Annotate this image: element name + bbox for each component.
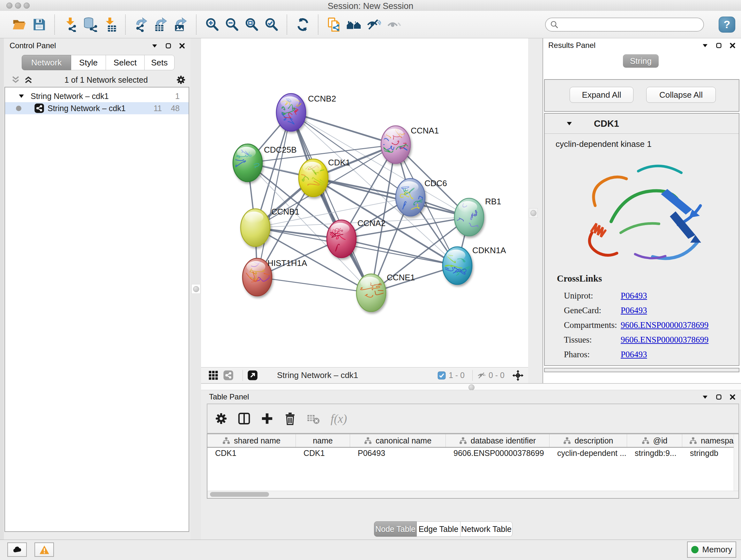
search-box[interactable]: [545, 17, 704, 32]
crosslink-link[interactable]: P06493: [621, 291, 647, 301]
export-network-icon[interactable]: [131, 15, 151, 34]
fit-move-crosshair-icon[interactable]: [512, 370, 524, 381]
edge-HIST1H1A-CCNE1[interactable]: [257, 277, 371, 293]
table-options-gear-icon[interactable]: [214, 412, 228, 425]
table-horizontal-scrollbar[interactable]: [207, 491, 738, 498]
panel-float-icon[interactable]: [716, 42, 722, 49]
column-header-namespace[interactable]: namespace: [682, 434, 739, 447]
delete-table-icon[interactable]: [307, 412, 320, 425]
panel-menu-icon[interactable]: [702, 394, 709, 400]
cell-name[interactable]: CDK1: [296, 447, 350, 459]
network-graph[interactable]: CCNB2CCNA1CDC25BCDK1CDC6RB1CCNB1CCNA2CDK…: [201, 38, 528, 367]
tab-network-table[interactable]: Network Table: [461, 521, 513, 537]
crosslink-link[interactable]: P06493: [621, 306, 647, 315]
tab-node-table[interactable]: Node Table: [374, 521, 417, 537]
zoom-selected-icon[interactable]: [262, 15, 281, 34]
open-in-window-icon[interactable]: [247, 370, 258, 381]
node-RB1[interactable]: [455, 198, 484, 236]
node-CCNE1[interactable]: [356, 274, 386, 312]
node-CDK1[interactable]: [296, 159, 329, 197]
column-header--id[interactable]: @id: [627, 434, 682, 447]
add-column-icon[interactable]: [260, 412, 274, 425]
panel-menu-icon[interactable]: [151, 43, 158, 49]
warnings-button[interactable]: [35, 543, 54, 557]
network-view-canvas[interactable]: CCNB2CCNA1CDC25BCDK1CDC6RB1CCNB1CCNA2CDK…: [201, 38, 528, 367]
delete-column-trash-icon[interactable]: [283, 412, 297, 425]
open-session-icon[interactable]: [10, 15, 29, 34]
tab-select[interactable]: Select: [106, 55, 145, 70]
section-expander-icon[interactable]: [566, 120, 573, 127]
table-vertical-scrollbar[interactable]: [734, 434, 738, 498]
horizontal-splitter-grip[interactable]: [468, 384, 475, 390]
edge-CCNA2-CDKN1A[interactable]: [341, 239, 457, 266]
column-header-database-identifier[interactable]: database identifier: [446, 434, 549, 447]
network-options-gear-icon[interactable]: [176, 75, 186, 85]
node-CCNA2[interactable]: [327, 220, 356, 258]
cell-database-identifier[interactable]: 9606.ENSP00000378699: [446, 447, 549, 459]
horizontal-splitter[interactable]: [201, 383, 741, 390]
panel-float-icon[interactable]: [716, 394, 722, 400]
cloud-status-button[interactable]: [7, 543, 27, 557]
export-image-icon[interactable]: [171, 15, 191, 34]
show-panel-icon[interactable]: [384, 15, 403, 34]
cell-shared-name[interactable]: CDK1: [207, 447, 296, 459]
zoom-in-icon[interactable]: [202, 15, 222, 34]
column-header-canonical-name[interactable]: canonical name: [350, 434, 446, 447]
collapse-all-icon[interactable]: [11, 75, 20, 84]
panel-close-icon[interactable]: [729, 42, 736, 49]
edge-CCNB2-HIST1H1A[interactable]: [257, 112, 291, 277]
node-CCNA1[interactable]: [380, 126, 410, 164]
column-header-name[interactable]: name: [296, 434, 350, 447]
help-button[interactable]: ?: [719, 17, 735, 33]
panel-close-icon[interactable]: [729, 394, 736, 400]
cell-description[interactable]: cyclin-dependent ...: [549, 447, 627, 459]
selected-checkbox-icon[interactable]: [437, 371, 446, 380]
node-CDC6[interactable]: [396, 179, 425, 216]
network-row[interactable]: String Network – cdk1 11 48: [5, 102, 189, 114]
hide-panel-icon[interactable]: [364, 15, 384, 34]
export-table-icon[interactable]: [151, 15, 171, 34]
crosslink-link[interactable]: P06493: [621, 350, 647, 360]
refresh-layout-icon[interactable]: [293, 15, 313, 34]
node-CDKN1A[interactable]: [443, 247, 472, 285]
edge-CCNB2-CCNA1[interactable]: [291, 112, 396, 145]
left-splitter-grip[interactable]: [192, 284, 200, 294]
node-CCNB1[interactable]: [241, 209, 270, 246]
search-input[interactable]: [562, 20, 699, 29]
zoom-fit-icon[interactable]: [242, 15, 262, 34]
function-builder-fx[interactable]: f(x): [331, 412, 347, 426]
node-table[interactable]: shared namenamecanonical namedatabase id…: [207, 434, 739, 499]
show-columns-icon[interactable]: [238, 412, 251, 425]
node-CCNB2[interactable]: [276, 94, 306, 131]
tab-sets[interactable]: Sets: [145, 55, 175, 70]
left-splitter[interactable]: [191, 38, 201, 540]
column-header-shared-name[interactable]: shared name: [207, 434, 296, 447]
memory-button[interactable]: Memory: [687, 542, 736, 558]
tab-style[interactable]: Style: [71, 55, 106, 70]
crosslink-link[interactable]: 9606.ENSP00000378699: [621, 320, 709, 330]
import-network-file-icon[interactable]: [61, 15, 80, 34]
collapse-all-button[interactable]: Collapse All: [646, 87, 716, 103]
right-splitter-grip[interactable]: [529, 208, 538, 218]
tree-expander-icon[interactable]: [18, 92, 25, 100]
tab-edge-table[interactable]: Edge Table: [417, 521, 461, 537]
zoom-out-icon[interactable]: [222, 15, 242, 34]
expand-all-button[interactable]: Expand All: [569, 87, 633, 103]
scrollbar-thumb[interactable]: [210, 492, 269, 497]
string-badge-gray-icon[interactable]: [223, 370, 233, 381]
save-session-icon[interactable]: [29, 15, 49, 34]
panel-menu-icon[interactable]: [702, 42, 709, 49]
crosslink-link[interactable]: 9606.ENSP00000378699: [621, 335, 709, 345]
column-header-description[interactable]: description: [549, 434, 627, 447]
network-collection-row[interactable]: String Network – cdk1 1: [5, 90, 189, 102]
expand-to-top-icon[interactable]: [23, 75, 33, 84]
node-CDC25B[interactable]: [231, 144, 262, 182]
panel-close-icon[interactable]: [179, 43, 185, 49]
panel-float-icon[interactable]: [165, 43, 172, 49]
right-splitter[interactable]: [528, 38, 542, 383]
tab-network[interactable]: Network: [22, 55, 71, 70]
import-table-icon[interactable]: [100, 15, 120, 34]
birds-eye-view-icon[interactable]: [208, 370, 219, 381]
cell--id[interactable]: stringdb:9...: [627, 447, 682, 459]
tab-string[interactable]: String: [623, 54, 659, 68]
